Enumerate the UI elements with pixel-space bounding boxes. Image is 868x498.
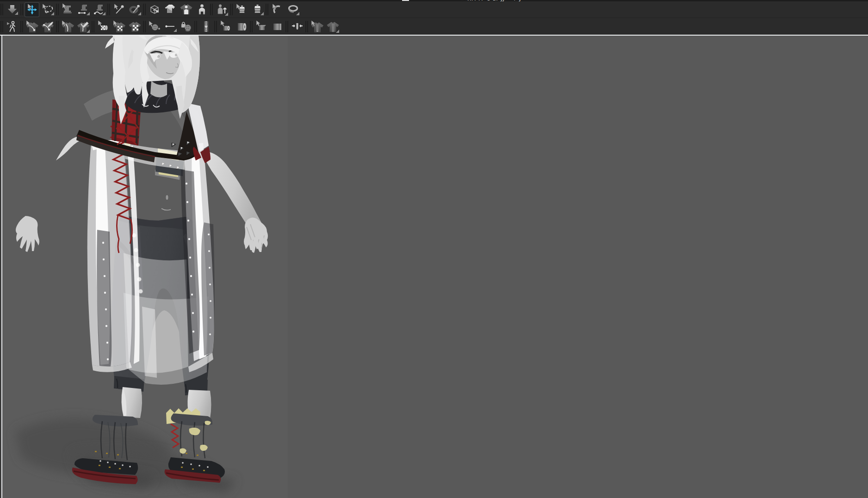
pen-garment-tool-button[interactable] xyxy=(41,20,55,34)
sew-machine-icon xyxy=(62,3,74,16)
dock-left-border xyxy=(1,36,2,498)
roll-checker-icon xyxy=(97,20,110,33)
dart-pencil-tool-button[interactable] xyxy=(76,20,90,34)
tape-measure-select-tool-button[interactable] xyxy=(270,3,284,17)
garment-checker-icon xyxy=(129,20,141,33)
texture-garment-select-tool-button[interactable] xyxy=(112,20,126,34)
toolbar-separator xyxy=(265,3,269,16)
select-move-tool-button[interactable] xyxy=(25,3,39,17)
viewport-3d-left[interactable] xyxy=(2,36,288,498)
pleat-icon xyxy=(291,20,304,33)
free-sewing-tool-button[interactable] xyxy=(92,3,106,17)
avatar-resize-icon xyxy=(216,3,228,16)
button-lock-icon xyxy=(180,20,192,33)
roll-icon xyxy=(236,20,248,33)
swatch-select-tool-button[interactable] xyxy=(254,20,268,34)
pin-tool-button[interactable] xyxy=(112,3,126,17)
fold-garment-icon xyxy=(164,3,177,16)
edit-curve-tool-button[interactable] xyxy=(25,20,39,34)
tape-select-icon xyxy=(271,3,284,16)
button-line-tool-button[interactable] xyxy=(163,20,177,34)
toolbar-separator xyxy=(91,20,95,33)
dart-select-tool-button[interactable] xyxy=(61,20,74,34)
wind-tool-button[interactable] xyxy=(148,3,161,17)
toolbar-separator xyxy=(20,3,24,16)
sewing-tool-button[interactable] xyxy=(61,3,74,17)
avatar-resize-tool-button[interactable] xyxy=(215,3,229,17)
toolbar-separator xyxy=(143,20,147,33)
band-select-icon xyxy=(311,20,323,33)
texture-garment-tool-button[interactable] xyxy=(128,20,142,34)
garment-checker-sel-icon xyxy=(113,20,125,33)
button-select-icon xyxy=(149,20,161,33)
tape-measure-tool-button[interactable] xyxy=(286,3,300,17)
viewport-dock xyxy=(0,35,868,498)
toolbar-row-2 xyxy=(0,18,868,35)
pin-ring-icon xyxy=(129,3,141,16)
band-garment-tool-button[interactable] xyxy=(326,20,340,34)
avatar-small-icon xyxy=(196,3,208,16)
swatch-icon xyxy=(271,20,284,33)
toolbar-separator xyxy=(20,20,24,33)
pleat-fold-tool-button[interactable] xyxy=(290,20,304,34)
zipper-icon xyxy=(200,20,212,33)
button-lock-tool-button[interactable] xyxy=(179,20,193,34)
dart-pencil-icon xyxy=(77,20,90,33)
swatch-tool-button[interactable] xyxy=(270,20,284,34)
dressform-icon xyxy=(251,3,264,16)
sew-free-icon xyxy=(93,3,105,16)
toolbar-separator xyxy=(210,3,214,16)
toolbar-separator xyxy=(0,3,4,16)
band-zip-icon xyxy=(327,20,339,33)
select-lasso-icon xyxy=(42,3,54,16)
dressform-tool-button[interactable] xyxy=(250,3,264,17)
toolbar-separator xyxy=(143,3,147,16)
toolbar-separator xyxy=(249,20,254,33)
toolbar-separator xyxy=(0,20,4,33)
swatch-select-icon xyxy=(255,20,268,33)
band-garment-select-tool-button[interactable] xyxy=(310,20,324,34)
select-move-icon xyxy=(26,3,38,16)
toolbar-separator xyxy=(56,20,60,33)
fold-arrangement-tool-button[interactable] xyxy=(163,3,177,17)
dressform-select-icon xyxy=(236,3,248,16)
fit-garment-tool-button[interactable] xyxy=(179,3,193,17)
application-window: ««XM·M··s ar JJ» + J xyxy=(0,0,868,498)
import-dropdown-button[interactable] xyxy=(5,3,19,17)
toolbar-separator xyxy=(214,20,218,33)
dart-select-icon xyxy=(62,20,74,33)
wind-box-icon xyxy=(149,3,161,16)
segment-sewing-tool-button[interactable] xyxy=(76,3,90,17)
button-select-tool-button[interactable] xyxy=(148,20,161,34)
garment-pen-icon xyxy=(42,20,54,33)
button-line-icon xyxy=(164,20,177,33)
toolbar-separator xyxy=(229,3,234,16)
toolbar-separator xyxy=(285,20,289,33)
sew-segment-icon xyxy=(77,3,90,16)
avatar-display-tool-button[interactable] xyxy=(195,3,209,17)
roll-fabric-select-tool-button[interactable] xyxy=(219,20,233,34)
tape-loop-icon xyxy=(287,3,299,16)
toolbar-separator xyxy=(305,20,309,33)
pin-select-icon xyxy=(113,3,125,16)
walk-avatar-tool-button[interactable] xyxy=(5,20,19,34)
import-arrow-icon xyxy=(6,3,19,16)
fabric-roll-select-tool-button[interactable] xyxy=(96,20,110,34)
toolbar-separator xyxy=(107,3,111,16)
toolbar-separator xyxy=(56,3,60,16)
fit-garment-icon xyxy=(180,3,192,16)
roll-select-icon xyxy=(220,20,232,33)
pin-ring-tool-button[interactable] xyxy=(128,3,142,17)
walk-icon xyxy=(6,20,19,33)
toolbar-row-1 xyxy=(0,1,868,18)
roll-fabric-tool-button[interactable] xyxy=(235,20,248,34)
figure-front-left-view xyxy=(2,36,288,498)
dressform-select-tool-button[interactable] xyxy=(235,3,248,17)
select-lasso-tool-button[interactable] xyxy=(41,3,55,17)
toolbar-separator xyxy=(194,20,198,33)
garment-curve-icon xyxy=(26,20,38,33)
zipper-tool-button[interactable] xyxy=(199,20,213,34)
titlebar-minimize-glyph xyxy=(402,0,409,1)
